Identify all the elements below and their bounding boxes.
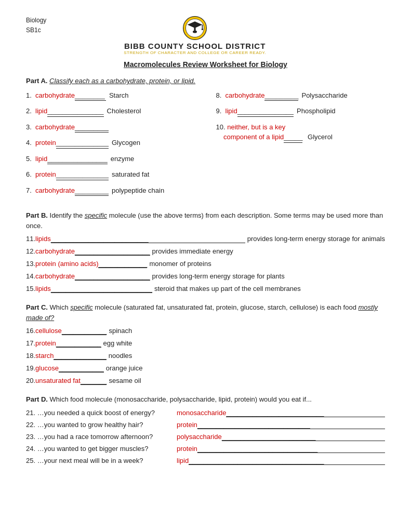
school-tagline: STRENGTH OF CHARACTER AND COLLEGE OR CAR… [124,50,266,55]
svg-point-4 [193,31,197,33]
part-a-section: Part A. Classify each as a carbohydrate,… [26,76,385,201]
part-d-section: Part D. Which food molecule (monosacchar… [26,394,385,465]
part-c-header: Part C. Which specific molecule (saturat… [26,302,385,323]
school-branding: BIBB COUNTY SCHOOL DISTRICT STRENGTH OF … [46,16,343,56]
list-item: 17. protein____________ egg white [26,339,385,348]
list-item: 21. …you needed a quick boost of energy?… [26,409,385,417]
list-item: 18. starch______________ noodles [26,352,385,360]
part-b-items: 11. lipids__________________________ pro… [26,235,385,293]
page-title: Macromolecules Review Worksheet for Biol… [26,60,385,69]
list-item: 24. …you wanted to get bigger muscles? p… [26,445,385,453]
part-a-instruction: Classify each as a carbohydrate, protein… [49,77,195,85]
list-item: 25. …your next meal will be in a week? l… [26,457,385,465]
list-item: 11. lipids__________________________ pro… [26,235,385,243]
list-item: 10. neither, but is a key component of a… [216,122,386,143]
part-a-left-col: 1. carbohydrate________ Starch 2. lipid_… [26,90,201,202]
part-a-right-col: 8. carbohydrate_________ Polysaccharide … [211,90,386,202]
list-item: 20. unsaturated fat_______ sesame oil [26,377,385,385]
list-item: 5. lipid________________ enzyme [26,154,201,165]
list-item: 8. carbohydrate_________ Polysaccharide [216,90,386,101]
part-d-items: 21. …you needed a quick boost of energy?… [26,409,385,465]
school-logo-icon [182,16,207,41]
list-item: 22. …you wanted to grow healthy hair? pr… [26,421,385,429]
page-header: Biology SB1c BIBB COUNTY SCHOOL DISTRICT… [26,16,385,56]
list-item: 19. glucose____________ orange juice [26,364,385,373]
part-c-items: 16. cellulose____________ spinach 17. pr… [26,327,385,385]
list-item: 4. protein______________ Glycogen [26,138,201,149]
part-c-section: Part C. Which specific molecule (saturat… [26,302,385,385]
list-item: 6. protein______________ saturated fat [26,169,201,180]
part-b-header: Part B. Identify the specific molecule (… [26,210,385,231]
school-name: BIBB COUNTY SCHOOL DISTRICT [124,42,266,50]
course-label: Biology [26,16,46,25]
logo-area: BIBB COUNTY SCHOOL DISTRICT STRENGTH OF … [124,16,266,55]
part-b-section: Part B. Identify the specific molecule (… [26,210,385,293]
part-a-grid: 1. carbohydrate________ Starch 2. lipid_… [26,90,385,202]
part-b-label: Part B. [26,211,48,219]
course-code: SB1c [26,25,46,35]
list-item: 13. protein (amino acids)_____________ m… [26,260,385,268]
part-d-header: Part D. Which food molecule (monosacchar… [26,394,385,405]
part-a-header: Part A. Classify each as a carbohydrate,… [26,76,385,86]
list-item: 16. cellulose____________ spinach [26,327,385,335]
list-item: 12. carbohydrate____________________ pro… [26,247,385,256]
list-item: 14. carbohydrate____________________ pro… [26,272,385,281]
part-a-label: Part A. [26,77,47,85]
course-info: Biology SB1c [26,16,46,35]
list-item: 23. …you had a race tomorrow afternoon? … [26,433,385,441]
list-item: 15. lipids___________________________ st… [26,285,385,293]
list-item: 7. carbohydrate_________ polypeptide cha… [26,185,201,196]
svg-point-6 [202,29,203,30]
list-item: 1. carbohydrate________ Starch [26,90,201,101]
list-item: 9. lipid_______________ Phospholipid [216,106,386,117]
list-item: 2. lipid_______________ Cholesterol [26,106,201,117]
list-item: 3. carbohydrate_________ [26,122,201,133]
